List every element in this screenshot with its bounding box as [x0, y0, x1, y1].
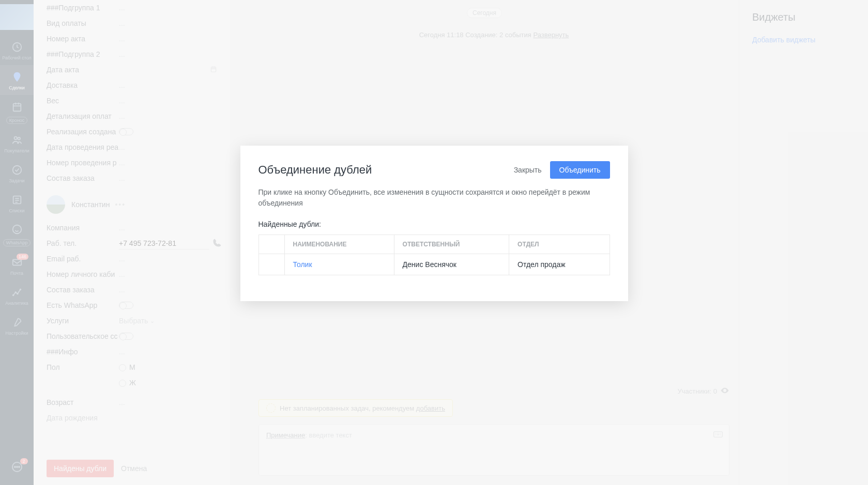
duplicate-dept: Отдел продаж — [509, 254, 610, 275]
duplicates-table: НАИМЕНОВАНИЕ ОТВЕТСТВЕННЫЙ ОТДЕЛ Толик Д… — [258, 234, 610, 275]
table-header — [258, 235, 284, 254]
table-header: НАИМЕНОВАНИЕ — [284, 235, 394, 254]
close-button[interactable]: Закрыть — [514, 166, 542, 174]
modal-title: Объединение дублей — [258, 163, 372, 177]
merge-duplicates-modal: Объединение дублей Закрыть Объединить Пр… — [240, 146, 628, 301]
table-row[interactable]: Толик Денис Веснячок Отдел продаж — [258, 254, 610, 275]
duplicate-owner: Денис Веснячок — [394, 254, 509, 275]
table-header: ОТДЕЛ — [509, 235, 610, 254]
modal-description: При клике на кнопку Объединить, все изме… — [258, 187, 610, 209]
table-header: ОТВЕТСТВЕННЫЙ — [394, 235, 509, 254]
duplicate-name[interactable]: Толик — [284, 254, 394, 275]
found-label: Найденные дубли: — [258, 220, 610, 228]
merge-button[interactable]: Объединить — [550, 161, 610, 179]
modal-overlay: Объединение дублей Закрыть Объединить Пр… — [0, 0, 868, 485]
